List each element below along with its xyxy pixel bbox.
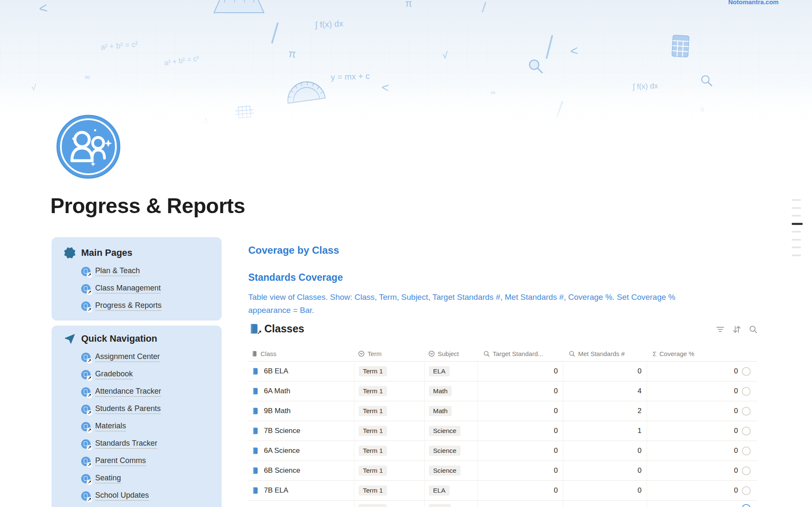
sidebar-item-plan-teach[interactable]: ↗ Plan & Teach [81, 263, 222, 280]
outline-bar[interactable] [792, 199, 801, 201]
main-pages-heading: Main Pages [81, 247, 132, 258]
formula-property-icon: Σ [653, 350, 656, 357]
outline-bar[interactable] [792, 247, 801, 248]
angle-doodle: < [569, 43, 579, 59]
column-header-coverage[interactable]: Σ Coverage % [647, 346, 757, 361]
sidebar-item-class-management[interactable]: ↗ Class Management [81, 280, 222, 297]
table-row[interactable]: 7B Science Term 1 Science 0 1 0 [248, 421, 757, 441]
view-description: Table view of Classes. Show: Class, Term… [248, 290, 675, 317]
column-header-class[interactable]: Class [248, 346, 354, 361]
pencil-stroke-doodle [482, 2, 486, 13]
page-link-icon: ↗ [81, 439, 91, 449]
main-pages-card: Main Pages ↗ Plan & Teach ↗ Class Manage… [52, 237, 222, 321]
outline-bar[interactable] [792, 215, 801, 217]
sidebar-item-standards-tracker[interactable]: ↗ Standards Tracker [81, 435, 222, 452]
integral-doodle: ∫ f(x) dx [315, 19, 343, 30]
pi-doodle: π [288, 47, 296, 60]
class-page-icon [252, 467, 259, 474]
class-page-icon [252, 487, 259, 494]
column-header-met-standards[interactable]: Met Standards # [563, 346, 647, 361]
coverage-ring [742, 447, 751, 455]
table-row[interactable]: 6B Science Term 1 Science 0 0 0 [248, 461, 757, 481]
page-cover: < π ∫ f(x) dx a² + b² = c² a² + b² = c² … [0, 0, 812, 131]
column-header-term[interactable]: Term [354, 346, 424, 361]
angle-doodle: < [381, 80, 390, 95]
coverage-value: 0 [734, 367, 738, 375]
title-property-icon [252, 351, 258, 357]
term-tag: Term 1 [359, 485, 387, 496]
subject-tag: ELA [429, 485, 450, 496]
term-tag: Term 1 [359, 386, 387, 396]
sidebar-item-gradebook[interactable]: ↗ Gradebook [81, 366, 222, 383]
met-standards-value: 0 [638, 447, 642, 455]
filter-icon[interactable] [716, 325, 725, 334]
outline-bar-active[interactable] [792, 223, 803, 225]
coverage-ring [742, 466, 751, 475]
coverage-value: 0 [734, 466, 738, 475]
target-standards-value: 0 [554, 447, 558, 455]
coverage-value: 0 [734, 447, 738, 455]
sidebar-item-label: School Updates [95, 491, 149, 501]
class-page-icon [252, 387, 259, 395]
column-header-subject[interactable]: Subject [424, 346, 477, 361]
table-row[interactable]: 6B ELA Term 1 ELA 0 0 0 [248, 362, 757, 381]
page-outline-indicator [792, 199, 803, 262]
page-link-icon: ↗ [81, 284, 91, 293]
table-row[interactable]: 7B ELA Term 1 ELA 0 0 0 [248, 481, 757, 501]
outline-bar[interactable] [792, 239, 801, 241]
met-standards-value: 1 [638, 427, 642, 435]
pythagoras-doodle: a² + b² = c² [164, 54, 200, 67]
class-name: 7B ELA [264, 486, 288, 495]
column-header-target-standards[interactable]: Target Standard... [477, 346, 563, 361]
coverage-by-class-link[interactable]: Coverage by Class [248, 244, 339, 256]
angle-doodle: < [38, 0, 48, 17]
standards-coverage-link[interactable]: Standards Coverage [248, 272, 343, 283]
target-standards-value: 0 [554, 427, 558, 435]
sidebar-item-seating[interactable]: ↗ Seating [81, 470, 222, 487]
page-link-icon: ↗ [81, 405, 91, 414]
coverage-ring [742, 486, 751, 495]
classes-db-title[interactable]: Classes [264, 323, 304, 335]
page-link-icon: ↗ [81, 422, 91, 431]
protractor-doodle [283, 77, 328, 106]
page-link-icon: ↗ [81, 353, 91, 362]
navigation-arrow-icon [64, 333, 75, 344]
coverage-ring [742, 407, 751, 416]
table-row[interactable]: 6A Science Term 1 Science 0 0 0 [248, 441, 757, 461]
sidebar-item-school-updates[interactable]: ↗ School Updates [81, 487, 222, 504]
pythagoras-doodle: a² + b² = c² [100, 40, 138, 52]
table-row[interactable]: 9B Math Term 1 Math 0 2 0 [248, 401, 757, 421]
subject-tag: Science [429, 426, 461, 436]
page-icon-avatar[interactable] [56, 114, 121, 179]
sidebar-item-attendance-tracker[interactable]: ↗ Attendance Tracker [81, 383, 222, 400]
pi-doodle: π [405, 0, 412, 9]
select-property-icon [428, 351, 435, 357]
sidebar-item-assignment-center[interactable]: ↗ Assignment Center [81, 348, 222, 366]
outline-bar[interactable] [792, 231, 801, 233]
sidebar-item-label: Students & Parents [95, 404, 161, 414]
term-tag: Term 1 [359, 466, 387, 476]
watermark: Notomantra.com [728, 0, 779, 5]
sidebar-item-students-parents[interactable]: ↗ Students & Parents [81, 400, 222, 418]
page-link-icon: ↗ [81, 491, 91, 501]
sidebar-item-materials[interactable]: ↗ Materials [81, 418, 222, 435]
search-icon[interactable] [749, 325, 758, 334]
outline-bar[interactable] [792, 255, 801, 256]
table-row-partial[interactable] [248, 501, 757, 507]
rollup-property-icon [569, 351, 575, 357]
sidebar-item-parent-comms[interactable]: ↗ Parent Comms [81, 452, 222, 470]
table-row[interactable]: 6A Math Term 1 Math 0 4 0 [248, 381, 757, 401]
met-standards-value: 0 [638, 486, 642, 495]
coverage-value: 0 [734, 407, 738, 415]
sidebar-item-progress-reports[interactable]: ↗ Progress & Reports [81, 297, 222, 315]
classes-db-header: ↗ Classes [249, 323, 304, 335]
sidebar-item-label: Materials [95, 422, 126, 431]
sidebar-item-label: Parent Comms [95, 456, 146, 466]
calculator-doodle [671, 34, 690, 58]
coverage-ring [742, 427, 751, 436]
sort-icon[interactable] [732, 325, 741, 334]
coverage-value: 0 [734, 486, 738, 495]
outline-bar[interactable] [792, 207, 801, 209]
page-title[interactable]: Progress & Reports [50, 194, 245, 218]
sqrt-doodle: √ [442, 50, 447, 61]
